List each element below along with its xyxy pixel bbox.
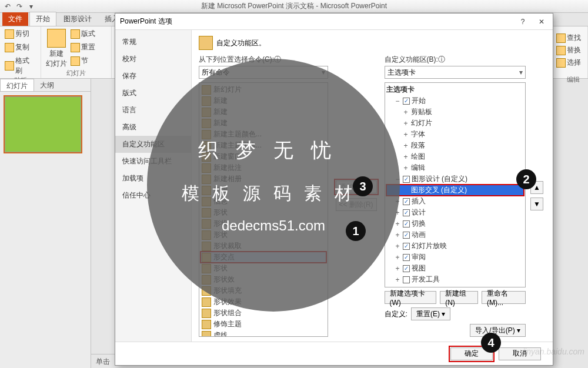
expander-icon[interactable]: + [395,209,401,217]
ribbon-combo[interactable]: 主选项卡▾ [385,66,526,79]
command-list-item[interactable]: 形状组合 [201,307,326,319]
reset-button[interactable]: 重置 [71,42,95,52]
tree-node[interactable]: +✓加载项 [386,285,524,287]
tree-node[interactable]: −✓开始 [386,95,524,106]
command-list-item[interactable]: 新建 [201,118,326,129]
dialog-nav-item[interactable]: 保存 [115,68,191,85]
checkbox-icon[interactable]: ✓ [403,98,410,105]
expander-icon[interactable]: − [395,97,401,105]
command-list-item[interactable]: 形状 [201,263,326,274]
dialog-nav-item[interactable]: 快速访问工具栏 [115,153,191,170]
close-button[interactable]: ✕ [535,16,548,27]
checkbox-icon[interactable]: ✓ [403,220,410,228]
dialog-nav-item[interactable]: 高级 [115,119,191,136]
move-down-button[interactable]: ▼ [530,198,543,210]
dialog-nav-item[interactable]: 常规 [115,34,191,51]
expander-icon[interactable]: + [395,198,401,206]
cut-button[interactable]: 剪切 [5,29,36,39]
layout-button[interactable]: 版式 [71,29,95,39]
tab-slides-thumb[interactable]: 幻灯片 [0,79,34,91]
tab-outline[interactable]: 大纲 [34,79,60,91]
command-list-item[interactable]: 新建相册 [201,173,326,185]
tree-node[interactable]: +绘图 [386,151,524,162]
tab-shape-design[interactable]: 图形设计 [58,12,98,26]
dialog-nav-item[interactable]: 信任中心 [115,187,191,204]
checkbox-icon[interactable]: ✓ [403,254,410,261]
copy-button[interactable]: 复制 [5,42,36,52]
checkbox-icon[interactable]: ✓ [403,243,410,250]
tree-node[interactable]: 图形交叉 (自定义) [386,185,524,196]
tree-node[interactable]: +✓幻灯片放映 [386,240,524,252]
expander-icon[interactable]: + [395,242,401,250]
reset-button[interactable]: 重置(E) ▾ [411,307,450,320]
command-list-item[interactable]: 形交点 [201,252,326,263]
command-list-item[interactable]: 新建主题字体... [201,140,326,151]
move-up-button[interactable]: ▲ [530,181,543,194]
tree-node[interactable]: +✓插入 [386,196,524,207]
expander-icon[interactable]: + [395,220,401,228]
command-list-item[interactable]: 修饰主题 [201,319,326,330]
command-list-item[interactable]: 形状效 [201,274,326,285]
expander-icon[interactable]: + [395,253,401,262]
tree-node[interactable]: +✓视图 [386,263,524,274]
tree-node[interactable]: −✓图形设计 (自定义) [386,173,524,185]
dialog-nav-item[interactable]: 版式 [115,85,191,102]
new-group-button[interactable]: 新建组(N) [440,291,478,304]
tree-node[interactable]: +幻灯片 [386,118,524,129]
tree-node[interactable]: +字体 [386,129,524,140]
add-button[interactable]: 添加(A) >> [336,180,377,193]
ribbon-tree[interactable]: 主选项卡−✓开始+剪贴板+幻灯片+字体+段落+绘图+编辑−✓图形设计 (自定义)… [385,82,526,287]
tree-node[interactable]: +剪贴板 [386,106,524,118]
new-tab-button[interactable]: 新建选项卡(W) [385,291,437,304]
command-list-item[interactable]: 形状 [201,207,326,218]
tree-node[interactable]: +段落 [386,140,524,151]
command-list-item[interactable]: 新幻灯片 [201,84,326,95]
expander-icon[interactable]: − [395,175,401,183]
find-button[interactable]: 查找 [556,33,587,43]
command-list-item[interactable]: 新增 [201,185,326,196]
command-list-item[interactable]: 形状 [201,218,326,229]
help-button[interactable]: ? [516,16,529,27]
expander-icon[interactable]: + [403,119,409,128]
expander-icon[interactable]: + [403,153,409,161]
section-button[interactable]: 节 [71,56,95,66]
commands-listbox[interactable]: 新幻灯片新建新建新建新建主题颜色...新建主题字体...新建窗口新建批注新建相册… [199,82,328,337]
dialog-nav-item[interactable]: 校对 [115,51,191,68]
tree-node[interactable]: +编辑 [386,162,524,173]
select-button[interactable]: 选择 [556,58,587,68]
tree-node[interactable]: +开发工具 [386,274,524,285]
expander-icon[interactable]: + [395,287,401,288]
command-list-item[interactable]: 形状裁取 [201,240,326,252]
expander-icon[interactable]: + [395,276,401,284]
tab-home[interactable]: 开始 [29,12,56,26]
expander-icon[interactable]: + [395,231,401,239]
checkbox-icon[interactable]: ✓ [403,265,410,272]
command-list-item[interactable]: 形状填充 [201,285,326,296]
tab-file[interactable]: 文件 [2,12,28,26]
expander-icon[interactable]: + [403,142,409,150]
dialog-nav-item[interactable]: 语言 [115,102,191,119]
command-list-item[interactable]: 新建窗口 [201,151,326,162]
checkbox-icon[interactable]: ✓ [403,287,410,288]
dialog-nav-item[interactable]: 自定义功能区 [115,136,191,153]
cancel-button[interactable]: 取消 [499,347,541,360]
expander-icon[interactable]: + [403,131,409,139]
undo-icon[interactable]: ↶ [2,1,13,12]
tree-node[interactable]: +✓切换 [386,218,524,229]
expander-icon[interactable]: + [403,164,409,172]
command-list-item[interactable]: 虚线 [201,330,326,337]
expander-icon[interactable]: + [403,108,409,116]
command-list-item[interactable]: 信息 [201,196,326,207]
commands-combo[interactable]: 所有命令▾ [199,66,328,79]
checkbox-icon[interactable]: ✓ [403,232,410,239]
redo-icon[interactable]: ↷ [14,1,25,12]
tree-node[interactable]: +✓审阅 [386,252,524,263]
ok-button[interactable]: 确定 [450,347,493,360]
tree-node[interactable]: +✓动画 [386,229,524,240]
import-export-button[interactable]: 导入/导出(P) ▾ [470,324,526,337]
tree-node[interactable]: +✓设计 [386,207,524,218]
format-painter-button[interactable]: 格式刷 [5,56,36,76]
checkbox-icon[interactable]: ✓ [403,176,410,183]
qat-dropdown-icon[interactable]: ▾ [26,1,36,12]
command-list-item[interactable]: 形状效果 [201,296,326,307]
